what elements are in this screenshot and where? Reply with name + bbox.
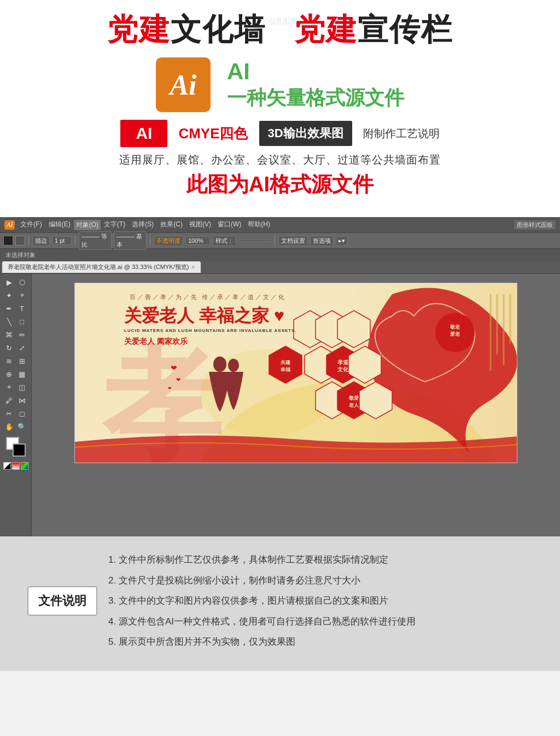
eraser-tool[interactable]: ◻: [16, 407, 28, 419]
column-graph-tool[interactable]: ▦: [16, 368, 28, 380]
menu-view[interactable]: 视图(V): [186, 220, 214, 230]
notes-list: 1. 文件中所标制作工艺仅供参考，具体制作工艺要根据实际情况制定 2. 文件尺寸…: [108, 553, 416, 649]
warp-tools: ≋ ⊞: [3, 355, 28, 367]
select-tool[interactable]: ▶: [3, 276, 15, 288]
zoom-tool[interactable]: 🔍: [16, 420, 28, 433]
art-sub-title: 关爱老人 阖家欢乐: [124, 337, 188, 347]
ai-format-row: Ai AI 一种矢量格式源文件: [22, 57, 538, 112]
shape-tools: ╲ □: [3, 316, 28, 328]
free-transform-tool[interactable]: ⊞: [16, 355, 28, 367]
stroke-swatch[interactable]: [3, 236, 13, 246]
separator-3: [150, 236, 150, 246]
hand-tool[interactable]: ✋: [3, 420, 15, 433]
svg-text:孝: 孝: [101, 340, 223, 463]
style-label: 样式：: [213, 236, 236, 246]
svg-text:❤: ❤: [171, 364, 177, 372]
stroke-label: 描边: [32, 236, 50, 246]
rect-tool[interactable]: □: [16, 316, 28, 328]
svg-text:共建: 共建: [281, 360, 290, 365]
mesh-tool[interactable]: ⌖: [3, 381, 15, 393]
line-tool[interactable]: ╲: [3, 316, 15, 328]
file-notes: 文件说明 1. 文件中所标制作工艺仅供参考，具体制作工艺要根据实际情况制定 2.…: [27, 553, 533, 649]
note-4: 4. 源文件包含AI一种文件格式，使用者可自行选择自己熟悉的软件进行使用: [108, 615, 416, 629]
color-swatch-area[interactable]: [6, 437, 26, 457]
menu-select[interactable]: 选择(S): [129, 220, 157, 230]
badge-note: 附制作工艺说明: [363, 126, 440, 141]
separator-4: [275, 236, 275, 246]
basic-select[interactable]: ——— 基本: [114, 231, 147, 250]
menu-edit[interactable]: 编辑(E): [45, 220, 74, 230]
symbol-tool[interactable]: ⊕: [3, 368, 15, 380]
paintbrush-tool[interactable]: ⌘: [3, 329, 15, 341]
expand-btn[interactable]: ▸▾: [336, 236, 348, 246]
menu-bar[interactable]: 文件(F) 编辑(E) 对象(O) 文字(T) 选择(S) 效果(C) 视图(V…: [17, 220, 273, 230]
style-selector[interactable]: [238, 240, 271, 242]
direct-select-tool[interactable]: ⬡: [16, 276, 28, 288]
gradient-tool[interactable]: ◫: [16, 381, 28, 393]
title-dangjiang-1: 党建: [107, 12, 171, 46]
svg-text:孝道: 孝道: [337, 359, 349, 365]
eyedropper-tool[interactable]: 🖉: [3, 394, 15, 406]
opacity-label: 不透明度: [154, 236, 183, 246]
file-label-box: 文件说明: [27, 586, 97, 616]
pencil-tool[interactable]: ✏: [16, 329, 28, 341]
scale-tool[interactable]: ⤢: [16, 342, 28, 354]
none-icon[interactable]: [3, 462, 11, 470]
scissors-tool[interactable]: ✂: [3, 407, 15, 419]
rotate-tool[interactable]: ↻: [3, 342, 15, 354]
color-mode-icons: [3, 462, 28, 470]
doc-settings-btn[interactable]: 文档设置: [278, 236, 308, 246]
modify-tools: ↻ ⤢: [3, 342, 28, 354]
warp-tool[interactable]: ≋: [3, 355, 15, 367]
bottom-section: 文件说明 1. 文件中所标制作工艺仅供参考，具体制作工艺要根据实际情况制定 2.…: [0, 536, 560, 671]
svg-text:文化: 文化: [337, 366, 349, 372]
art-main-title: 关爱老人 幸福之家 ♥: [124, 304, 284, 328]
tab-bar: 养老院敬老院老年人活动室照片墙文化墙.ai @ 33.33% (CMYK/预览)…: [0, 261, 560, 274]
panel-button[interactable]: 图形样式面板: [514, 220, 556, 230]
usage-text: 适用展厅、展馆、办公室、会议室、大厅、过道等公共墙面布置: [22, 153, 538, 167]
title-dangjiang-2: 党建: [294, 12, 358, 46]
svg-text:❤: ❤: [176, 377, 180, 383]
tab-title: 养老院敬老院老年人活动室照片墙文化墙.ai @ 33.33% (CMYK/预览): [8, 263, 189, 271]
fill-swatch[interactable]: [15, 236, 25, 246]
menu-effect[interactable]: 效果(C): [157, 220, 186, 230]
lasso-tool[interactable]: ⌖: [16, 289, 28, 301]
toolbox: ▶ ⬡ ✦ ⌖ ✒ T ╲ □ ⌘ ✏ ↻ ⤢ ≋ ⊞ ⊕ ▦: [0, 274, 32, 536]
stroke-width[interactable]: 1 pt: [52, 236, 72, 245]
preferences-btn[interactable]: 首选项: [310, 236, 334, 246]
stroke-color[interactable]: [13, 443, 26, 457]
magic-wand-tool[interactable]: ✦: [3, 289, 15, 301]
badges-row: AI CMYE四色 3D输出效果图 附制作工艺说明: [22, 120, 538, 147]
gradient-icon[interactable]: [21, 462, 28, 470]
title-wenhuaqiang: 文化墙: [171, 12, 266, 46]
draw-tools: ✒ T: [3, 302, 28, 314]
menu-file[interactable]: 文件(F): [17, 220, 45, 230]
ai-icon-letter: Ai: [170, 69, 196, 101]
symbol-tools: ⊕ ▦: [3, 368, 28, 380]
note-5: 5. 展示页中所含图片并不为实物，仅为效果图: [108, 635, 416, 649]
status-text: 未选择对象: [5, 251, 36, 259]
color-icon[interactable]: [12, 462, 20, 470]
menu-help[interactable]: 帮助(H): [244, 220, 273, 230]
app-bar: Ai 文件(F) 编辑(E) 对象(O) 文字(T) 选择(S) 效果(C) 视…: [0, 217, 560, 232]
type-tool[interactable]: T: [16, 302, 28, 314]
badge-3d: 3D输出效果图: [259, 121, 352, 146]
svg-text:幸福: 幸福: [281, 367, 290, 372]
svg-text:爱老: 爱老: [450, 331, 460, 337]
blend-tool[interactable]: ⋈: [16, 394, 28, 406]
pen-tool[interactable]: ✒: [3, 302, 15, 314]
menu-window[interactable]: 窗口(W): [214, 220, 244, 230]
selection-tools: ▶ ⬡: [3, 276, 28, 288]
tab-close-btn[interactable]: ✕: [191, 264, 195, 270]
separator-2: [75, 236, 75, 246]
source-file-text: 此图为AI格式源文件: [22, 171, 538, 198]
art-top-text: 百／善／孝／为／先 传／承／孝／道／文／化: [130, 293, 286, 301]
canvas-area[interactable]: 孝 孝道 文化 敬爱 老人: [32, 274, 560, 536]
menu-text[interactable]: 文字(T): [101, 220, 129, 230]
opacity-value[interactable]: 100%: [185, 236, 211, 245]
proportional-select[interactable]: ——— 等比: [79, 231, 112, 250]
menu-object[interactable]: 对象(O): [74, 220, 101, 230]
file-tab[interactable]: 养老院敬老院老年人活动室照片墙文化墙.ai @ 33.33% (CMYK/预览)…: [2, 261, 201, 273]
ai-app-icon: Ai: [4, 220, 15, 230]
paint-tools: ⌘ ✏: [3, 329, 28, 341]
